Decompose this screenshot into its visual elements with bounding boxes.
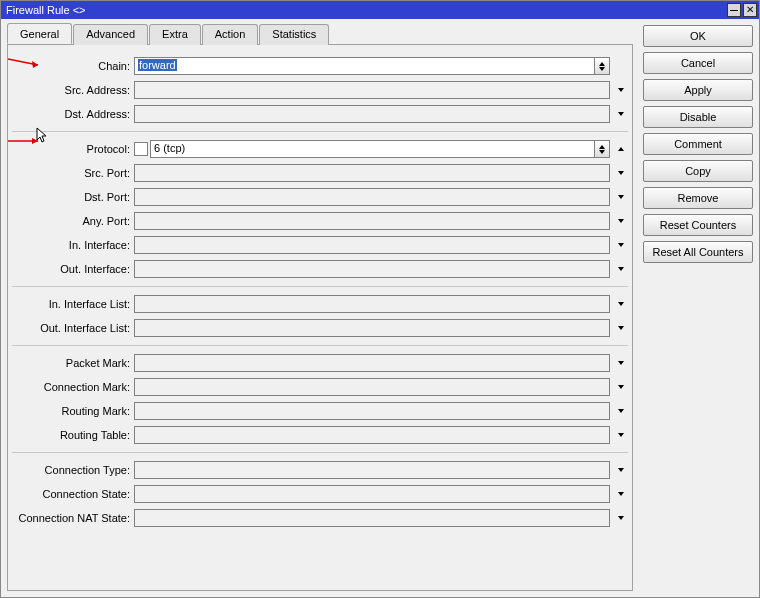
- tab-advanced[interactable]: Advanced: [73, 24, 148, 45]
- label-src-port: Src. Port:: [12, 167, 134, 179]
- label-packet-mark: Packet Mark:: [12, 357, 134, 369]
- connection-nat-state-expand-button[interactable]: [614, 511, 628, 525]
- src-port-expand-button[interactable]: [614, 166, 628, 180]
- label-dst-port: Dst. Port:: [12, 191, 134, 203]
- label-connection-mark: Connection Mark:: [12, 381, 134, 393]
- chain-dropdown-button[interactable]: [594, 57, 610, 75]
- connection-mark-input[interactable]: [134, 378, 610, 396]
- src-address-input[interactable]: [134, 81, 610, 99]
- dst-address-expand-button[interactable]: [614, 107, 628, 121]
- form-area: Chain: forward Src. Address: Dst. Addres…: [7, 45, 633, 591]
- connection-type-expand-button[interactable]: [614, 463, 628, 477]
- apply-button[interactable]: Apply: [643, 79, 753, 101]
- connection-nat-state-input[interactable]: [134, 509, 610, 527]
- ok-button[interactable]: OK: [643, 25, 753, 47]
- chain-input[interactable]: forward: [134, 57, 595, 75]
- routing-table-expand-button[interactable]: [614, 428, 628, 442]
- out-interface-list-input[interactable]: [134, 319, 610, 337]
- side-panel: OK Cancel Apply Disable Comment Copy Rem…: [639, 19, 759, 597]
- dst-address-input[interactable]: [134, 105, 610, 123]
- routing-table-input[interactable]: [134, 426, 610, 444]
- label-in-interface: In. Interface:: [12, 239, 134, 251]
- tab-extra[interactable]: Extra: [149, 24, 201, 45]
- out-interface-expand-button[interactable]: [614, 262, 628, 276]
- routing-mark-input[interactable]: [134, 402, 610, 420]
- src-address-expand-button[interactable]: [614, 83, 628, 97]
- tab-statistics[interactable]: Statistics: [259, 24, 329, 45]
- minimize-button[interactable]: [727, 3, 741, 17]
- remove-button[interactable]: Remove: [643, 187, 753, 209]
- cancel-button[interactable]: Cancel: [643, 52, 753, 74]
- close-button[interactable]: ✕: [743, 3, 757, 17]
- label-routing-table: Routing Table:: [12, 429, 134, 441]
- in-interface-input[interactable]: [134, 236, 610, 254]
- reset-counters-button[interactable]: Reset Counters: [643, 214, 753, 236]
- tab-strip: General Advanced Extra Action Statistics: [7, 23, 633, 45]
- in-interface-expand-button[interactable]: [614, 238, 628, 252]
- src-port-input[interactable]: [134, 164, 610, 182]
- connection-type-input[interactable]: [134, 461, 610, 479]
- connection-state-input[interactable]: [134, 485, 610, 503]
- title-bar: Firewall Rule <> ✕: [1, 1, 759, 19]
- window-title: Firewall Rule <>: [3, 4, 727, 16]
- routing-mark-expand-button[interactable]: [614, 404, 628, 418]
- protocol-dropdown-button[interactable]: [594, 140, 610, 158]
- label-chain: Chain:: [12, 60, 134, 72]
- label-dst-address: Dst. Address:: [12, 108, 134, 120]
- copy-button[interactable]: Copy: [643, 160, 753, 182]
- label-any-port: Any. Port:: [12, 215, 134, 227]
- tab-general[interactable]: General: [7, 23, 72, 44]
- label-src-address: Src. Address:: [12, 84, 134, 96]
- comment-button[interactable]: Comment: [643, 133, 753, 155]
- label-connection-type: Connection Type:: [12, 464, 134, 476]
- protocol-invert-checkbox[interactable]: [134, 142, 148, 156]
- out-interface-input[interactable]: [134, 260, 610, 278]
- dst-port-input[interactable]: [134, 188, 610, 206]
- reset-all-counters-button[interactable]: Reset All Counters: [643, 241, 753, 263]
- out-interface-list-expand-button[interactable]: [614, 321, 628, 335]
- tab-action[interactable]: Action: [202, 24, 259, 45]
- label-protocol: Protocol:: [12, 143, 134, 155]
- disable-button[interactable]: Disable: [643, 106, 753, 128]
- in-interface-list-expand-button[interactable]: [614, 297, 628, 311]
- label-routing-mark: Routing Mark:: [12, 405, 134, 417]
- protocol-collapse-button[interactable]: [614, 142, 628, 156]
- connection-state-expand-button[interactable]: [614, 487, 628, 501]
- any-port-input[interactable]: [134, 212, 610, 230]
- label-out-interface: Out. Interface:: [12, 263, 134, 275]
- label-out-interface-list: Out. Interface List:: [12, 322, 134, 334]
- protocol-input[interactable]: 6 (tcp): [150, 140, 595, 158]
- packet-mark-expand-button[interactable]: [614, 356, 628, 370]
- in-interface-list-input[interactable]: [134, 295, 610, 313]
- any-port-expand-button[interactable]: [614, 214, 628, 228]
- packet-mark-input[interactable]: [134, 354, 610, 372]
- label-connection-nat-state: Connection NAT State:: [12, 512, 134, 524]
- label-in-interface-list: In. Interface List:: [12, 298, 134, 310]
- connection-mark-expand-button[interactable]: [614, 380, 628, 394]
- dst-port-expand-button[interactable]: [614, 190, 628, 204]
- label-connection-state: Connection State:: [12, 488, 134, 500]
